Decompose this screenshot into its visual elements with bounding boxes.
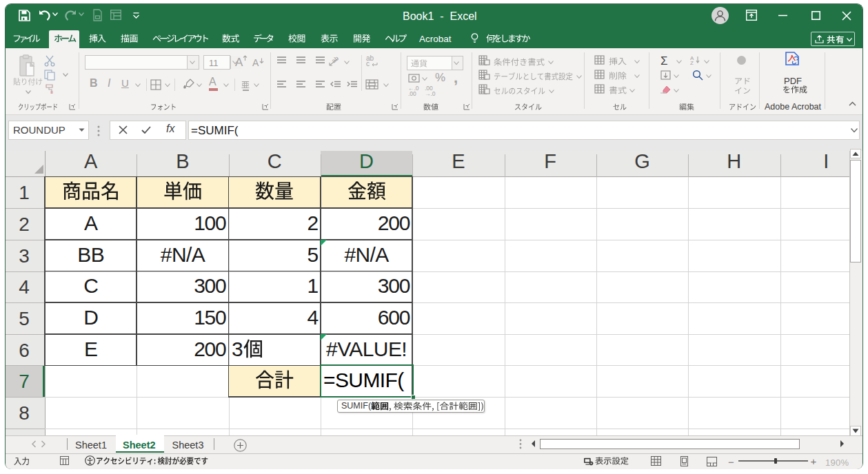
svg-text:Z: Z	[690, 60, 694, 65]
